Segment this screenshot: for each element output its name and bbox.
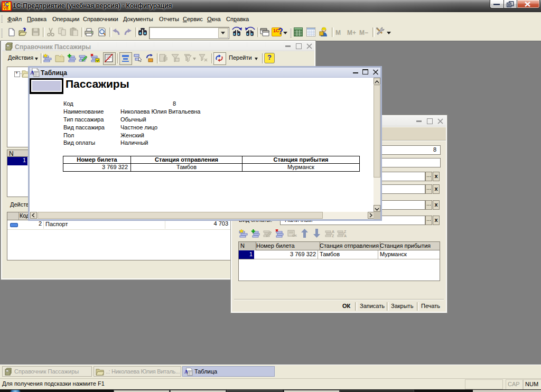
svg-text:A: A bbox=[332, 230, 334, 234]
svg-text:Z: Z bbox=[344, 230, 347, 234]
svg-text:Z: Z bbox=[332, 234, 334, 238]
svg-text:OK: OK bbox=[292, 234, 297, 237]
svg-text:A: A bbox=[344, 234, 347, 238]
